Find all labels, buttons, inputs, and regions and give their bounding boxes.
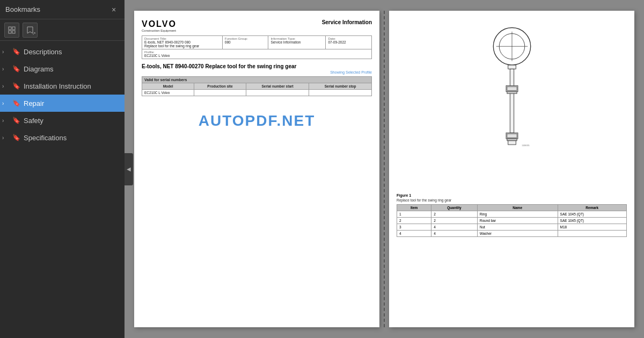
collapse-sidebar-button[interactable]: ◀ — [125, 153, 133, 185]
document-info-table: Document Title: E-tools, NET 8940-00270 … — [142, 35, 372, 59]
sidebar-header: Bookmarks × — [0, 0, 125, 19]
serial-numbers-table: Valid for serial numbers Model Productio… — [142, 76, 372, 96]
svg-rect-16 — [508, 141, 516, 145]
sidebar-item-diagrams[interactable]: › 🔖 Diagrams — [0, 60, 125, 77]
volvo-logo: VOLVO — [142, 19, 177, 29]
table-row: 12RingSAE 1045 (QT) — [397, 211, 627, 218]
cell-serial-stop — [309, 90, 372, 96]
page-divider — [384, 11, 385, 327]
profile-value: EC210C L Volvo — [144, 54, 369, 57]
svg-rect-15 — [507, 139, 516, 141]
figure-container: 1106005 — [397, 19, 627, 191]
table-cell: Washer — [477, 231, 558, 237]
table-cell: 4 — [431, 231, 478, 237]
table-cell: M18 — [558, 224, 626, 231]
svg-rect-14 — [507, 134, 516, 138]
sidebar-item-safety[interactable]: › 🔖 Safety — [0, 112, 125, 129]
pdf-page-right: 1106005 Figure 1 Replace tool for the sw… — [389, 11, 634, 327]
sidebar-item-installation[interactable]: › 🔖 Installation Instruction — [0, 77, 125, 95]
bookmark-icon: 🔖 — [12, 82, 20, 90]
col-production-site: Production site — [194, 83, 246, 90]
info-type-value: Service Information — [270, 40, 323, 44]
sidebar-item-label: Diagrams — [24, 65, 54, 73]
sidebar-item-descriptions[interactable]: › 🔖 Descriptions — [0, 43, 125, 60]
figure-number: Figure 1 — [397, 193, 627, 197]
volvo-branding: VOLVO Construction Equipment — [142, 19, 177, 32]
volvo-header: VOLVO Construction Equipment Service Inf… — [142, 19, 372, 32]
table-cell: 1 — [397, 211, 431, 218]
bookmark-icon: 🔖 — [12, 117, 20, 124]
info-type-cell: Information Type: Service Information — [268, 36, 326, 49]
function-group-cell: Function Group: 080 — [222, 36, 268, 49]
function-group-value: 080 — [225, 40, 266, 44]
svg-rect-11 — [507, 87, 516, 90]
table-cell — [558, 231, 626, 237]
main-content: ◀ VOLVO Construction Equipment Service I… — [125, 0, 644, 338]
table-cell: Round bar — [477, 218, 558, 224]
sidebar-toolbar: ↗ — [0, 19, 125, 41]
table-row: 22Round barSAE 1045 (QT) — [397, 218, 627, 224]
cell-serial-start — [246, 90, 309, 96]
watermark-text: AUTOPDF.NET — [142, 112, 372, 130]
chevron-icon: › — [2, 118, 9, 124]
sidebar: Bookmarks × ↗ › 🔖 Descriptions › — [0, 0, 125, 338]
bookmark-list: › 🔖 Descriptions › 🔖 Diagrams › 🔖 Instal… — [0, 41, 125, 338]
col-remark: Remark — [558, 205, 626, 211]
table-row: EC210C L Volvo — [142, 90, 372, 96]
pdf-page-left: VOLVO Construction Equipment Service Inf… — [134, 11, 379, 327]
cell-production-site — [194, 90, 246, 96]
bookmark-icon: 🔖 — [12, 99, 20, 107]
col-quantity: Quantity — [431, 205, 478, 211]
svg-rect-9 — [510, 69, 514, 133]
table-cell: 4 — [431, 224, 478, 231]
chevron-icon: › — [2, 83, 9, 89]
col-serial-stop: Serial number stop — [309, 83, 372, 90]
close-button[interactable]: × — [108, 4, 119, 15]
col-name: Name — [477, 205, 558, 211]
volvo-sub: Construction Equipment — [142, 29, 177, 32]
table-cell: 3 — [397, 224, 431, 231]
svg-rect-0 — [9, 27, 11, 30]
bookmark-icon: 🔖 — [12, 48, 20, 55]
sidebar-item-label: Descriptions — [24, 48, 62, 56]
sidebar-item-label: Safety — [24, 117, 43, 125]
chevron-icon: › — [2, 135, 9, 141]
doc-title-value: E-tools, NET 8940-00270 080Replace tool … — [144, 40, 220, 48]
sidebar-item-label: Installation Instruction — [24, 82, 91, 90]
showing-profile-text: Showing Selected Profile — [142, 70, 372, 74]
table-cell: 2 — [431, 218, 478, 224]
bookmark-icon: 🔖 — [12, 65, 20, 73]
chevron-icon: › — [2, 100, 9, 106]
date-cell: Date: 07-09-2022 — [326, 36, 372, 49]
cell-model: EC210C L Volvo — [142, 90, 194, 96]
svg-text:1106005: 1106005 — [522, 145, 529, 147]
toolbar-bookmark-button[interactable]: ↗ — [23, 23, 38, 38]
valid-serial-label: Valid for serial numbers — [142, 77, 372, 83]
svg-rect-1 — [12, 27, 15, 30]
page-left-content: VOLVO Construction Equipment Service Inf… — [134, 11, 379, 154]
table-cell: Nut — [477, 224, 558, 231]
tool-drawing: 1106005 — [464, 19, 560, 191]
service-info-title: Service Information — [322, 19, 372, 25]
chevron-icon: › — [2, 49, 9, 55]
svg-rect-12 — [507, 91, 516, 94]
table-cell: 4 — [397, 231, 431, 237]
sidebar-item-specifications[interactable]: › 🔖 Specifications — [0, 129, 125, 146]
table-cell: 2 — [431, 211, 478, 218]
col-item: Item — [397, 205, 431, 211]
pdf-container: VOLVO Construction Equipment Service Inf… — [125, 0, 644, 338]
bookmark-icon: 🔖 — [12, 134, 20, 141]
table-row: 44Washer — [397, 231, 627, 237]
table-row: 34NutM18 — [397, 224, 627, 231]
chevron-icon: › — [2, 66, 9, 72]
figure-caption-text: Replace tool for the swing ring gear — [397, 198, 627, 202]
sidebar-item-repair[interactable]: › 🔖 Repair — [0, 95, 125, 112]
table-cell: 2 — [397, 218, 431, 224]
svg-rect-2 — [9, 31, 11, 33]
table-cell: SAE 1045 (QT) — [558, 218, 626, 224]
page-right-content: 1106005 Figure 1 Replace tool for the sw… — [389, 11, 634, 246]
doc-title-cell: Document Title: E-tools, NET 8940-00270 … — [142, 36, 223, 49]
sidebar-title: Bookmarks — [5, 5, 40, 13]
toolbar-view-button[interactable] — [4, 23, 19, 38]
sidebar-item-label: Repair — [24, 99, 44, 107]
